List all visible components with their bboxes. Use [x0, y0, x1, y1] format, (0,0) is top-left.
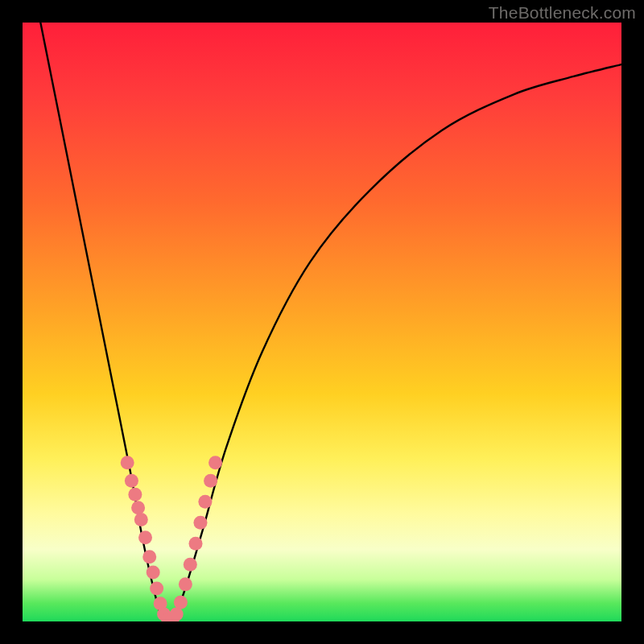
curve-path-group: [40, 23, 621, 621]
bottleneck-curve: [40, 23, 621, 621]
curve-marker: [198, 495, 212, 509]
curve-marker: [184, 558, 197, 572]
curve-marker: [189, 537, 203, 551]
curve-marker: [174, 596, 188, 609]
plot-area: [23, 23, 621, 621]
curve-marker: [131, 501, 145, 514]
curve-marker: [147, 565, 160, 579]
curve-marker: [138, 530, 152, 544]
curve-marker: [142, 550, 156, 564]
watermark-text: TheBottleneck.com: [489, 3, 636, 23]
chart-svg: [23, 23, 621, 621]
curve-marker: [204, 474, 217, 488]
curve-marker: [121, 456, 134, 469]
curve-marker: [208, 456, 222, 469]
outer-frame: TheBottleneck.com: [0, 0, 644, 644]
curve-marker: [134, 513, 148, 526]
curve-marker: [128, 488, 142, 502]
curve-marker: [193, 516, 207, 530]
curve-marker: [125, 474, 138, 488]
curve-marker: [179, 577, 192, 591]
curve-marker: [150, 582, 163, 596]
curve-markers: [121, 456, 222, 621]
curve-marker: [170, 608, 184, 621]
